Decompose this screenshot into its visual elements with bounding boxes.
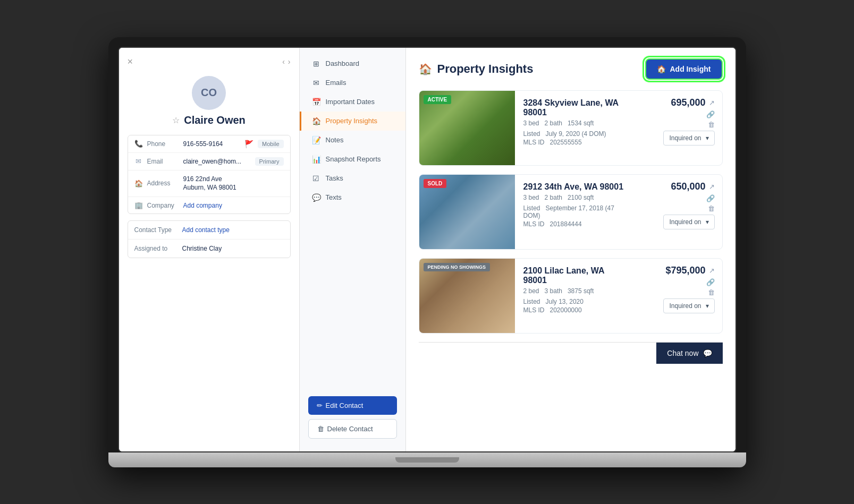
property-price-1: 695,000: [671, 97, 705, 108]
add-insight-button[interactable]: 🏠 Add Insight: [645, 58, 723, 80]
phone-icon: 📞: [134, 140, 143, 148]
company-row: 🏢 Company Add company: [128, 197, 290, 213]
address-value: 916 22nd Ave Auburn, WA 98001: [183, 175, 284, 193]
bottom-bar: Chat now 💬: [419, 342, 723, 364]
nav-label-tasks: Tasks: [326, 174, 343, 182]
chat-icon: 💬: [703, 349, 712, 357]
property-listed-1: Listed July 9, 2020 (4 DOM): [523, 130, 629, 138]
email-row: ✉ Email claire_owen@hom... Primary: [128, 153, 290, 170]
dropdown-arrow-1: ▾: [706, 134, 709, 142]
link-icon-2[interactable]: 🔗: [706, 194, 715, 202]
snapshot-reports-icon: 📊: [312, 155, 320, 164]
nav-item-tasks[interactable]: ☑ Tasks: [300, 169, 405, 188]
nav-item-notes[interactable]: 📝 Notes: [300, 131, 405, 150]
app-container: × ‹ › CO ☆ Claire Owen 📞 Phone 916-555-: [119, 48, 735, 451]
property-details-3: 2100 Lilac Lane, WA 98001 2 bed 3 bath 3…: [515, 259, 637, 321]
external-link-icon-2[interactable]: ↗: [709, 183, 715, 191]
property-listed-2: Listed September 17, 2018 (47 DOM): [523, 204, 629, 219]
delete-icon-3[interactable]: 🗑: [708, 288, 715, 296]
add-contact-type-link[interactable]: Add contact type: [182, 226, 230, 234]
nav-arrows: ‹ ›: [282, 57, 290, 66]
property-listed-3: Listed July 13, 2020: [523, 298, 629, 305]
phone-row: 📞 Phone 916-555-9164 🚩 Mobile: [128, 135, 290, 153]
inquired-dropdown-2[interactable]: Inquired on ▾: [663, 215, 714, 229]
delete-icon-1[interactable]: 🗑: [708, 121, 715, 129]
add-insight-icon: 🏠: [657, 65, 666, 73]
link-icon-1[interactable]: 🔗: [706, 110, 715, 118]
nav-bottom: ✏ Edit Contact 🗑 Delete Contact: [300, 390, 405, 445]
address-icon: 🏠: [134, 180, 143, 187]
emails-icon: ✉: [312, 79, 320, 87]
chat-now-button[interactable]: Chat now 💬: [656, 343, 722, 364]
important-dates-icon: 📅: [312, 98, 320, 106]
property-price-3: $795,000: [665, 265, 705, 276]
main-content: 🏠 Property Insights 🏠 Add Insight ACTIVE: [406, 48, 735, 451]
property-address-3: 2100 Lilac Lane, WA 98001: [523, 266, 629, 285]
inquired-label-2: Inquired on: [669, 218, 701, 226]
texts-icon: 💬: [312, 193, 320, 202]
property-specs-1: 3 bed 2 bath 1534 sqft: [523, 119, 629, 127]
assigned-to-row: Assigned to Christine Clay: [128, 240, 290, 258]
email-value: claire_owen@hom...: [183, 158, 251, 165]
property-right-3: $795,000 ↗ 🔗 🗑 Inquired on ▾: [637, 259, 722, 320]
price-row-1: 695,000 ↗: [671, 97, 714, 108]
property-price-2: 650,000: [671, 181, 705, 192]
close-button[interactable]: ×: [128, 56, 133, 67]
property-insights-icon: 🏠: [312, 117, 320, 125]
nav-label-dashboard: Dashboard: [326, 59, 360, 67]
flag-icon: 🚩: [244, 140, 253, 148]
price-row-2: 650,000 ↗: [671, 181, 714, 192]
email-label: Email: [147, 158, 179, 165]
property-address-1: 3284 Skyview Lane, WA 98001: [523, 98, 629, 117]
external-link-icon-3[interactable]: ↗: [709, 267, 715, 275]
property-address-2: 2912 34th Ave, WA 98001: [523, 182, 629, 192]
property-details-2: 2912 34th Ave, WA 98001 3 bed 2 bath 210…: [515, 175, 637, 235]
phone-label: Phone: [147, 140, 179, 148]
contact-panel: × ‹ › CO ☆ Claire Owen 📞 Phone 916-555-: [119, 48, 300, 451]
property-card-3: PENDING NO SHOWINGS 2100 Lilac Lane, WA …: [419, 258, 723, 334]
external-link-icon-1[interactable]: ↗: [709, 99, 715, 107]
panel-header: × ‹ ›: [128, 56, 291, 67]
property-badge-active-1: ACTIVE: [424, 95, 452, 104]
contact-name-row: ☆ Claire Owen: [128, 114, 291, 126]
delete-contact-button[interactable]: 🗑 Delete Contact: [308, 419, 397, 439]
add-company-link[interactable]: Add company: [183, 202, 222, 209]
property-mls-2: MLS ID 201884444: [523, 220, 629, 228]
laptop: × ‹ › CO ☆ Claire Owen 📞 Phone 916-555-: [108, 37, 746, 467]
delete-icon-2[interactable]: 🗑: [708, 204, 715, 212]
property-badge-sold-2: SOLD: [424, 179, 447, 188]
page-title-row: 🏠 Property Insights: [419, 62, 534, 76]
edit-label: Edit Contact: [326, 402, 363, 409]
link-icon-3[interactable]: 🔗: [706, 278, 715, 286]
forward-arrow[interactable]: ›: [288, 57, 291, 66]
address-label: Address: [147, 180, 179, 187]
nav-label-emails: Emails: [326, 79, 346, 87]
inquired-dropdown-1[interactable]: Inquired on ▾: [663, 131, 714, 146]
nav-item-important-dates[interactable]: 📅 Important Dates: [300, 92, 405, 112]
main-header: 🏠 Property Insights 🏠 Add Insight: [419, 58, 723, 80]
laptop-base: [108, 452, 746, 467]
inquired-label-3: Inquired on: [669, 302, 701, 310]
tasks-icon: ☑: [312, 174, 320, 183]
property-mls-3: MLS ID 202000000: [523, 306, 629, 314]
page-title-icon: 🏠: [419, 63, 432, 75]
email-icon: ✉: [134, 157, 143, 165]
page-title: Property Insights: [437, 62, 534, 76]
nav-item-property-insights[interactable]: 🏠 Property Insights: [300, 112, 405, 131]
property-badge-pending-3: PENDING NO SHOWINGS: [424, 263, 491, 271]
contact-fields: 📞 Phone 916-555-9164 🚩 Mobile ✉ Email cl…: [128, 135, 291, 215]
property-mls-1: MLS ID 202555555: [523, 139, 629, 146]
edit-contact-button[interactable]: ✏ Edit Contact: [308, 396, 397, 415]
nav-item-emails[interactable]: ✉ Emails: [300, 73, 405, 92]
nav-item-texts[interactable]: 💬 Texts: [300, 188, 405, 207]
nav-label-property-insights: Property Insights: [326, 117, 378, 125]
chat-label: Chat now: [667, 349, 698, 357]
contact-type-label: Contact Type: [134, 226, 182, 234]
back-arrow[interactable]: ‹: [282, 57, 285, 66]
company-icon: 🏢: [134, 201, 143, 209]
nav-item-dashboard[interactable]: ⊞ Dashboard: [300, 54, 405, 73]
favorite-icon[interactable]: ☆: [172, 115, 180, 125]
inquired-dropdown-3[interactable]: Inquired on ▾: [663, 298, 714, 313]
add-insight-label: Add Insight: [670, 65, 711, 73]
nav-item-snapshot-reports[interactable]: 📊 Snapshot Reports: [300, 150, 405, 169]
